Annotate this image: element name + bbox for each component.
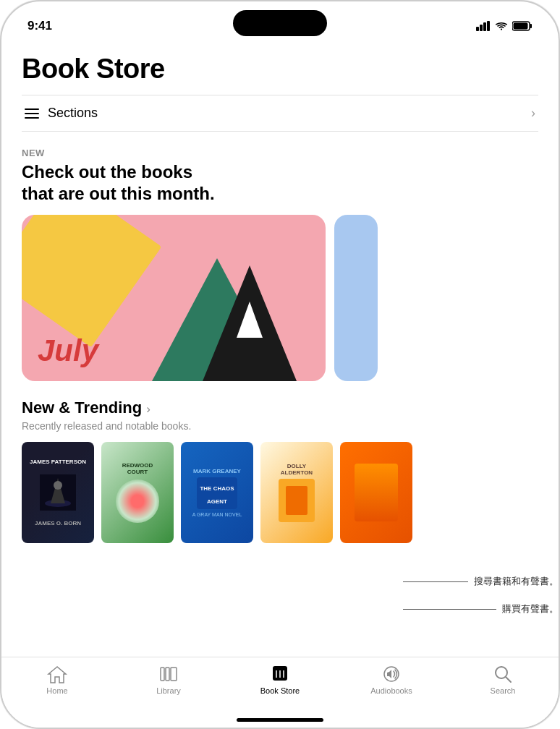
home-indicator xyxy=(237,718,323,722)
svg-line-16 xyxy=(506,677,511,682)
sections-chevron: › xyxy=(531,106,535,121)
phone-frame: 9:41 Boo xyxy=(0,0,560,729)
banner-section: NEW Check out the booksthat are out this… xyxy=(22,148,538,381)
hamburger-icon xyxy=(25,108,39,119)
svg-rect-0 xyxy=(476,27,479,31)
annotations: 搜尋書籍和有聲書。 購買有聲書。 xyxy=(403,575,559,615)
book-cover-2[interactable]: REDWOOD COURT xyxy=(101,442,174,543)
book-cover-5[interactable] xyxy=(340,442,412,543)
tab-library[interactable]: Library xyxy=(132,665,205,695)
annotation-1-text: 搜尋書籍和有聲書。 xyxy=(474,575,559,588)
svg-rect-10 xyxy=(161,668,164,681)
signal-icon xyxy=(476,21,491,31)
tab-bookstore-label: Book Store xyxy=(260,686,300,695)
sections-left: Sections xyxy=(25,106,98,121)
trending-title: New & Trending xyxy=(22,398,142,417)
card-illustration: July xyxy=(22,215,326,381)
tab-audiobooks[interactable]: Audiobooks xyxy=(355,665,428,695)
tab-home-label: Home xyxy=(46,686,67,695)
featured-card-partial xyxy=(334,215,378,381)
annotation-2: 購買有聲書。 xyxy=(403,602,559,615)
battery-icon xyxy=(512,21,533,31)
sections-row[interactable]: Sections › xyxy=(22,95,538,132)
svg-point-9 xyxy=(54,481,62,490)
tab-library-label: Library xyxy=(156,686,181,695)
svg-rect-12 xyxy=(171,668,177,681)
svg-rect-6 xyxy=(514,23,528,30)
search-icon xyxy=(493,665,513,683)
card-yellow-shape xyxy=(22,215,161,347)
status-time: 9:41 xyxy=(27,19,52,33)
page-title: Book Store xyxy=(22,54,538,85)
audiobooks-icon xyxy=(381,665,402,683)
book-1-art xyxy=(36,471,80,514)
featured-cards-wrapper: July xyxy=(22,215,538,381)
dynamic-island xyxy=(233,10,327,36)
book-cover-4[interactable]: DOLLY ALDERTON xyxy=(260,442,333,543)
trending-subtitle: Recently released and notable books. xyxy=(22,420,538,432)
library-icon xyxy=(158,665,179,683)
tab-audiobooks-label: Audiobooks xyxy=(370,686,412,695)
trending-section: New & Trending › Recently released and n… xyxy=(22,398,538,543)
svg-rect-11 xyxy=(166,668,169,681)
svg-rect-3 xyxy=(487,21,490,31)
book-cover-3[interactable]: MARK GREANEY THE CHAOS AGENT A GRAY MAN … xyxy=(181,442,253,543)
banner-headline: Check out the booksthat are out this mon… xyxy=(22,161,538,205)
tab-bar: Home Library Book Store xyxy=(1,657,559,728)
annotation-1: 搜尋書籍和有聲書。 xyxy=(403,575,559,588)
tab-search-label: Search xyxy=(491,686,516,695)
tab-search[interactable]: Search xyxy=(467,665,539,695)
status-icons xyxy=(476,21,533,31)
books-row: JAMES PATTERSON JAMES O. BORN xyxy=(22,442,538,543)
featured-card-july[interactable]: July xyxy=(22,215,326,381)
book-cover-1[interactable]: JAMES PATTERSON JAMES O. BORN xyxy=(22,442,94,543)
annotation-2-text: 購買有聲書。 xyxy=(502,602,559,615)
home-icon xyxy=(47,665,67,683)
trending-chevron: › xyxy=(146,402,150,417)
tab-bookstore[interactable]: Book Store xyxy=(244,665,316,695)
trending-header: New & Trending › xyxy=(22,398,538,417)
main-content: Book Store Sections › NEW Check out the … xyxy=(1,40,559,556)
svg-rect-5 xyxy=(530,24,533,28)
wifi-icon xyxy=(495,21,508,31)
card-july-text: July xyxy=(38,333,98,368)
svg-rect-2 xyxy=(483,22,486,31)
bookstore-icon xyxy=(270,665,290,683)
banner-tag: NEW xyxy=(22,148,538,158)
svg-rect-1 xyxy=(480,25,483,31)
sections-label: Sections xyxy=(48,106,98,121)
tab-home[interactable]: Home xyxy=(21,665,93,695)
